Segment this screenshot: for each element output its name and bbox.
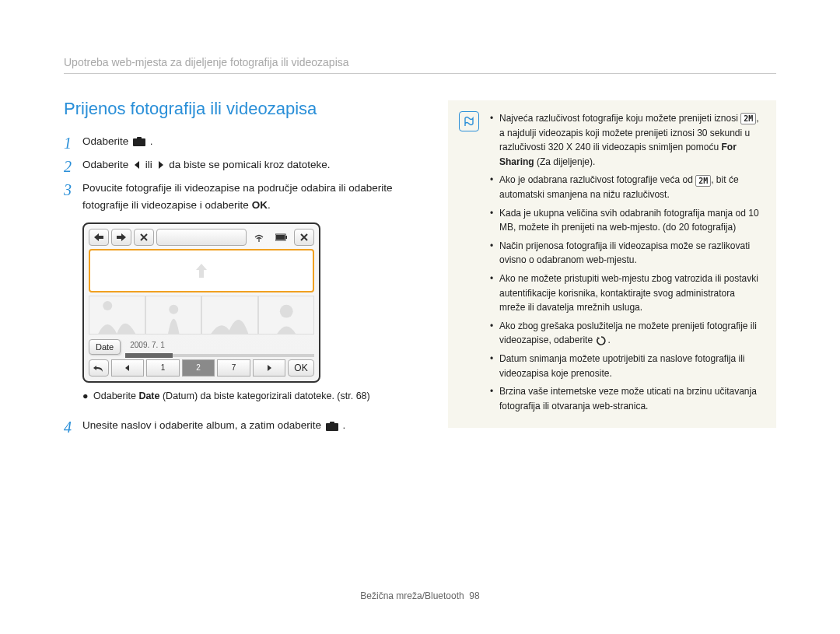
date-value: 2009. 7. 1 [125,341,314,349]
cancel-button[interactable] [134,229,154,246]
upload-icon [133,137,145,146]
section-title: Prijenos fotografija ili videozapisa [64,99,422,119]
seg-prev[interactable] [111,359,144,377]
thumbnail[interactable] [258,296,315,335]
thumbnail[interactable] [89,296,145,335]
seg-1[interactable]: 1 [146,359,179,377]
svg-rect-1 [137,137,142,140]
info-item: Ako je odabrana razlučivost fotografije … [490,173,762,201]
svg-point-6 [169,304,178,313]
drop-area[interactable] [89,249,314,292]
step-number: 4 [64,417,82,436]
info-item: Brzina vaše internetske veze može uticat… [490,384,762,413]
step-text: Odaberite [82,159,131,170]
upload-icon [326,422,338,431]
text: Odaberite [93,391,138,401]
date-slider[interactable] [125,354,314,357]
sub-bullet: ● Odaberite Date (Datum) da biste katego… [82,389,422,404]
step-number: 3 [64,180,82,198]
step-text: ili [145,159,156,170]
undo-button[interactable] [89,359,109,377]
info-item: Ako ne možete pristupiti web-mjestu zbog… [490,271,762,315]
date-button[interactable]: Date [89,339,121,355]
refresh-icon [597,336,606,345]
step-text: Unesite naslov i odaberite album, a zati… [82,419,324,431]
chevron-right-icon [157,160,165,170]
seg-2[interactable]: 2 [182,359,215,377]
step-text: . [150,135,153,147]
step-text: . [342,419,345,431]
info-item: Datum snimanja možete upotrijebiti za na… [490,352,762,380]
note-icon [459,111,479,131]
svg-rect-3 [285,236,287,239]
info-item: Ako zbog grešaka poslužitelja ne možete … [490,319,762,348]
left-column: Prijenos fotografija ili videozapisa 1 O… [64,99,422,440]
footer-section: Bežična mreža/Bluetooth [360,590,464,601]
step-number: 1 [64,133,82,152]
step-number: 2 [64,156,82,175]
svg-rect-4 [276,235,285,240]
info-box: Najveća razlučivost fotografije koju mož… [448,100,776,428]
close-button[interactable] [294,229,314,246]
thumbnail[interactable] [201,296,258,335]
step-text: Povucite fotografije ili videozapise na … [82,182,393,211]
page-footer: Bežična mreža/Bluetooth 98 [0,590,840,601]
nav-fwd-button[interactable] [111,229,131,246]
step-1: 1 Odaberite . [64,133,422,152]
footer-page: 98 [469,590,479,601]
svg-point-7 [279,304,292,317]
date-bold: Date [138,391,159,401]
step-2: 2 Odaberite ili da biste se pomicali kro… [64,156,422,175]
right-column: Najveća razlučivost fotografije koju mož… [448,99,776,440]
step-4: 4 Unesite naslov i odaberite album, a za… [64,417,422,436]
svg-point-5 [103,301,112,310]
2m-badge: 2M [695,175,711,187]
battery-icon [271,229,292,246]
step-text: Odaberite [82,135,131,147]
step-text: da biste se pomicali kroz datoteke. [169,159,330,170]
seg-next[interactable] [253,359,285,377]
signal-icon [249,229,269,246]
info-item: Kada je ukupna veličina svih odabranih f… [490,206,762,235]
breadcrumb: Upotreba web-mjesta za dijeljenje fotogr… [64,56,776,74]
nav-back-button[interactable] [89,229,109,246]
seg-7[interactable]: 7 [217,359,250,377]
chevron-left-icon [133,160,141,170]
svg-rect-9 [330,422,334,425]
thumbnail-row [89,296,314,335]
ok-button[interactable]: OK [288,359,314,377]
info-item: Najveća razlučivost fotografije koju mož… [490,111,762,169]
thumbnail[interactable] [145,296,202,335]
info-item: Način prijenosa fotografija ili videozap… [490,239,762,268]
address-bar[interactable] [156,229,247,246]
device-screenshot: Date 2009. 7. 1 1 2 7 [82,222,320,383]
step-3: 3 Povucite fotografije ili videozapise n… [64,180,422,215]
text: (Datum) da biste kategorizirali datoteke… [159,391,369,401]
info-list: Najveća razlučivost fotografije koju mož… [490,111,762,413]
2m-badge: 2M [740,113,756,124]
ok-text: OK [252,199,268,211]
step-text: . [268,199,271,211]
